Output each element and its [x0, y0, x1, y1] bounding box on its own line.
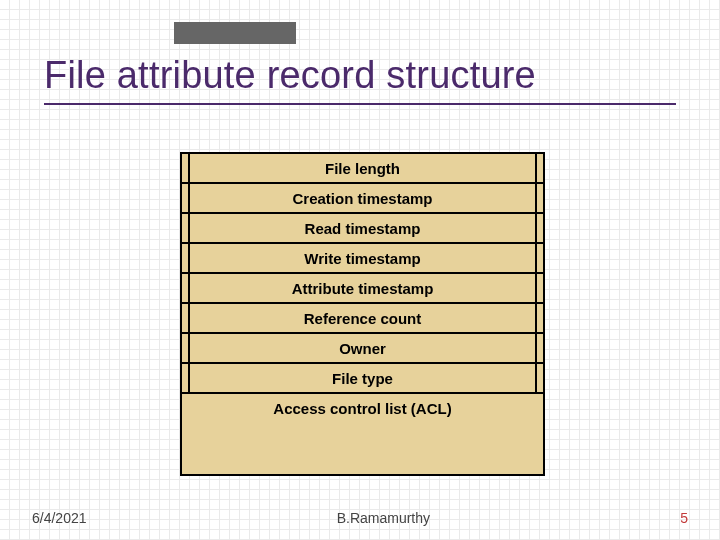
diagram-row: Creation timestamp	[182, 184, 543, 214]
diagram-row: File length	[182, 154, 543, 184]
diagram-row: Owner	[182, 334, 543, 364]
slide-footer: 6/4/2021 B.Ramamurthy 5	[0, 510, 720, 526]
footer-date: 6/4/2021	[32, 510, 87, 526]
page-title: File attribute record structure	[44, 54, 676, 105]
footer-author: B.Ramamurthy	[337, 510, 430, 526]
record-structure-diagram: File length Creation timestamp Read time…	[180, 152, 545, 476]
diagram-row-acl: Access control list (ACL)	[182, 394, 543, 474]
diagram-row: File type	[182, 364, 543, 394]
footer-page-number: 5	[680, 510, 688, 526]
diagram-row: Write timestamp	[182, 244, 543, 274]
diagram-row: Reference count	[182, 304, 543, 334]
diagram-row: Read timestamp	[182, 214, 543, 244]
title-area: File attribute record structure	[44, 54, 676, 105]
diagram-row: Attribute timestamp	[182, 274, 543, 304]
slide-decoration-bar	[174, 22, 296, 44]
